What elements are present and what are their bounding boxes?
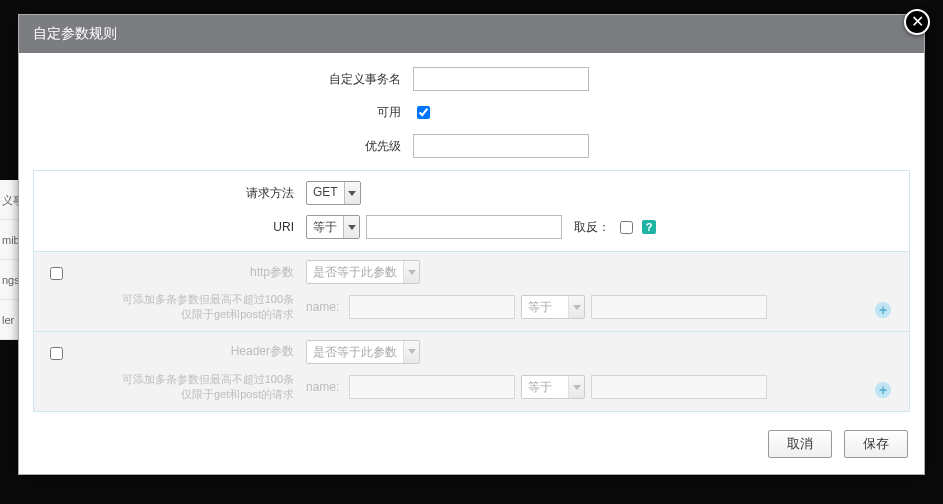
uri-revert-checkbox[interactable] [620, 221, 633, 234]
http-param-operator-select[interactable]: 等于 [521, 295, 585, 319]
http-params-hint: 可添加多条参数但最高不超过100条 仅限于get和post的请求 [38, 292, 306, 323]
method-select[interactable]: GET [306, 181, 361, 205]
modal-title: 自定参数规则 [19, 15, 924, 53]
cancel-button[interactable]: 取消 [768, 430, 832, 458]
chevron-down-icon [568, 376, 584, 398]
add-http-param-icon[interactable]: + [875, 302, 891, 318]
http-params-enable-checkbox[interactable] [50, 267, 63, 280]
http-params-mode-value: 是否等于此参数 [307, 261, 403, 283]
modal-body: 自定义事务名 可用 优先级 请求方法 [19, 53, 924, 418]
priority-label: 优先级 [33, 138, 413, 155]
close-icon[interactable]: ✕ [904, 9, 930, 35]
uri-revert-label: 取反： [574, 219, 610, 236]
http-param-operator-value: 等于 [522, 296, 568, 318]
modal-footer: 取消 保存 [19, 418, 924, 474]
http-param-name-input[interactable] [349, 295, 515, 319]
chevron-down-icon [344, 182, 360, 204]
chevron-down-icon [343, 216, 359, 238]
header-param-name-input[interactable] [349, 375, 515, 399]
uri-label: URI [38, 220, 306, 234]
enabled-label: 可用 [33, 104, 413, 121]
http-params-section: http参数 是否等于此参数 可添加多条参数但最高不超过100条 仅限于get和… [34, 251, 909, 331]
header-params-enable-checkbox[interactable] [50, 347, 63, 360]
header-params-section: Header参数 是否等于此参数 可添加多条参数但最高不超过100条 仅限于ge… [34, 331, 909, 411]
uri-value-input[interactable] [366, 215, 562, 239]
header-param-name-label: name: [306, 380, 343, 394]
header-params-hint: 可添加多条参数但最高不超过100条 仅限于get和post的请求 [38, 372, 306, 403]
priority-input[interactable] [413, 134, 589, 158]
http-param-value-input[interactable] [591, 295, 767, 319]
chevron-down-icon [568, 296, 584, 318]
http-params-mode-select[interactable]: 是否等于此参数 [306, 260, 420, 284]
chevron-down-icon [403, 341, 419, 363]
http-param-name-label: name: [306, 300, 343, 314]
save-button[interactable]: 保存 [844, 430, 908, 458]
method-label: 请求方法 [38, 185, 306, 202]
enabled-checkbox[interactable] [417, 106, 430, 119]
method-select-value: GET [307, 182, 344, 204]
rule-section: 请求方法 GET URI 等于 [33, 170, 910, 412]
custom-name-input[interactable] [413, 67, 589, 91]
uri-operator-value: 等于 [307, 216, 343, 238]
add-header-param-icon[interactable]: + [875, 382, 891, 398]
chevron-down-icon [403, 261, 419, 283]
header-params-mode-select[interactable]: 是否等于此参数 [306, 340, 420, 364]
help-icon[interactable]: ? [642, 220, 656, 234]
header-params-mode-value: 是否等于此参数 [307, 341, 403, 363]
header-param-operator-select[interactable]: 等于 [521, 375, 585, 399]
header-params-label: Header参数 [38, 343, 306, 360]
header-param-operator-value: 等于 [522, 376, 568, 398]
header-param-value-input[interactable] [591, 375, 767, 399]
http-params-label: http参数 [38, 264, 306, 281]
custom-name-label: 自定义事务名 [33, 71, 413, 88]
uri-operator-select[interactable]: 等于 [306, 215, 360, 239]
custom-param-rule-modal: ✕ 自定参数规则 自定义事务名 可用 优先级 请求方法 [18, 14, 925, 475]
